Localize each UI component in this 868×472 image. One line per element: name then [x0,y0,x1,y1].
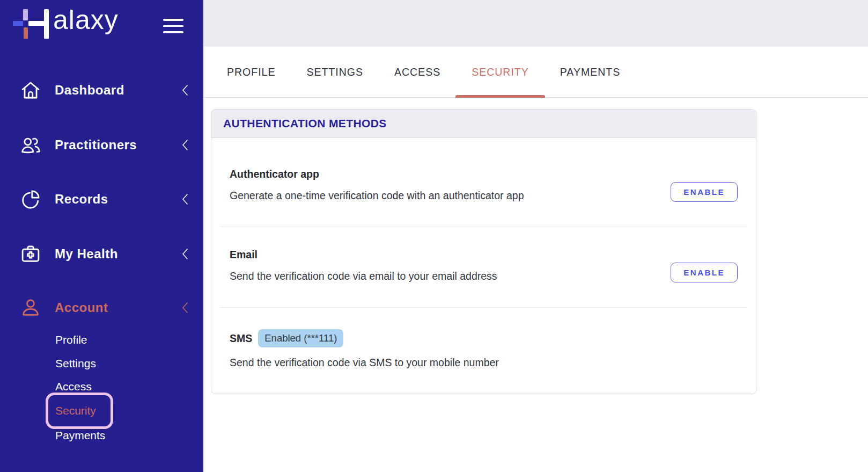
tab-access[interactable]: ACCESS [394,66,440,78]
method-description: Generate a one-time verification code wi… [230,190,524,202]
chevron-left-icon [181,139,188,151]
tab-profile[interactable]: PROFILE [227,66,275,78]
method-name: Email [230,249,258,261]
chevron-left-icon [181,193,188,205]
panel-header: AUTHENTICATION METHODS [211,110,756,138]
enable-email-button[interactable]: ENABLE [671,263,738,282]
sidebar-item-practitioners[interactable]: Practitioners [0,131,203,159]
sidebar-item-label: My Health [55,246,118,262]
method-description: Send the verification code via email to … [230,270,497,282]
sidebar-item-label: Account [55,300,108,315]
sidebar-item-records[interactable]: Records [0,185,203,213]
sidebar-item-dashboard[interactable]: Dashboard [0,76,203,104]
panel-title: AUTHENTICATION METHODS [223,117,387,130]
tab-security[interactable]: SECURITY [472,66,529,78]
home-icon [18,78,43,103]
logo-plus-left [13,21,23,26]
method-row-authenticator: Authenticator app Generate a one-time ve… [211,138,756,227]
logo-plus-bottom [24,27,28,39]
method-row-email: Email Send the verification code via ema… [211,227,756,307]
sidebar-item-my-health[interactable]: My Health [0,240,203,268]
method-row-sms: SMS Enabled (***111) Send the verificati… [211,308,756,394]
sidebar-item-label: Dashboard [55,83,124,98]
sidebar-subitem-settings[interactable]: Settings [55,357,96,370]
chevron-left-icon [181,302,188,314]
logo-wordmark: alaxy [53,4,119,35]
method-name: SMS [230,332,252,345]
chevron-left-icon [181,248,188,260]
sidebar: alaxy Dashboard Practitioners [0,0,203,472]
authentication-methods-panel: AUTHENTICATION METHODS Authenticator app… [211,109,756,394]
sidebar-subitem-payments[interactable]: Payments [55,429,105,442]
sidebar-subitem-security[interactable]: Security [55,404,96,417]
menu-toggle-icon[interactable] [163,19,183,38]
enable-authenticator-button[interactable]: ENABLE [671,182,738,202]
sidebar-item-label: Records [55,192,108,207]
person-icon [18,295,43,320]
main-content: PROFILE SETTINGS ACCESS SECURITY PAYMENT… [203,0,868,472]
halaxy-logo[interactable]: alaxy [0,0,161,54]
tab-settings[interactable]: SETTINGS [306,66,363,78]
chevron-left-icon [181,84,188,96]
method-description: Send the verification code via SMS to yo… [230,357,499,369]
sms-enabled-badge: Enabled (***111) [258,329,343,347]
pie-chart-icon [18,187,43,212]
sidebar-subitem-access[interactable]: Access [55,380,92,393]
tab-payments[interactable]: PAYMENTS [560,66,620,78]
people-icon [18,133,43,157]
top-bar [203,0,868,47]
sidebar-item-account[interactable]: Account [0,294,203,322]
sidebar-item-label: Practitioners [55,137,137,153]
logo-h-stem [44,9,49,39]
security-highlight-ring[interactable]: Security [46,393,113,429]
account-tabs: PROFILE SETTINGS ACCESS SECURITY PAYMENT… [203,47,868,98]
method-name: Authenticator app [230,168,319,180]
medical-bag-icon [18,242,43,266]
sidebar-subitem-profile[interactable]: Profile [55,333,87,346]
logo-plus-top [23,9,28,20]
